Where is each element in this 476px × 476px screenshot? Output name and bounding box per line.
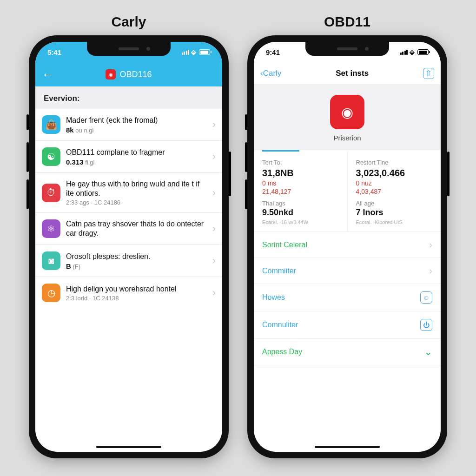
carly-heading: Carly (111, 14, 146, 30)
chevron-right-icon: › (429, 265, 432, 276)
link-howes[interactable]: Howes ☺ (254, 284, 441, 311)
nav-bar: ← ◉ OBD116 (35, 62, 222, 86)
stat-column-left: Tert To: 31,8NB 0 ms 21,48,127 Thal ags … (254, 152, 347, 231)
list-item[interactable]: ◷ High delign you worehsrad hontel 2:3 l… (35, 277, 222, 309)
back-button[interactable]: ‹Carly (260, 69, 281, 78)
chevron-right-icon: › (209, 151, 216, 163)
status-time: 5:41 (47, 48, 61, 56)
action-list: Sorint Celeral › Commiiter › Howes ☺ Com… (254, 231, 441, 365)
link-commiiter[interactable]: Commiiter › (254, 258, 441, 284)
link-appess-day[interactable]: Appess Day ⌄ (254, 339, 441, 365)
signal-icon (400, 50, 408, 55)
obd11-column: OBD11 9:41 ⬙ ‹Carly Set insts ⇧ ◉ Priser… (247, 14, 447, 458)
hero-caption: Priserion (333, 134, 361, 142)
back-arrow-icon[interactable]: ← (42, 67, 54, 82)
stat-column-right: Restort Tine 3,023,0.466 0 nuz 4,03,487 … (347, 152, 441, 231)
chevron-down-icon: ⌄ (424, 346, 432, 357)
phone-frame-left: 5:41 ⬙ ← ◉ OBD116 Evervion: 👜 (29, 35, 229, 458)
link-sorint-celeral[interactable]: Sorint Celeral › (254, 232, 441, 258)
chevron-right-icon: › (429, 239, 432, 250)
clock-icon: ◷ (42, 284, 60, 302)
hero-section: ◉ Priserion (254, 85, 441, 150)
stat-main: 3,023,0.466 (356, 168, 433, 178)
notch (87, 42, 171, 56)
list-item[interactable]: ◙ Orosoft plespes: dreslien. B (F) › (35, 245, 222, 277)
wifi-icon: ⬙ (410, 48, 415, 56)
chevron-right-icon: › (209, 255, 216, 267)
chevron-right-icon: › (209, 187, 216, 199)
share-icon[interactable]: ⇧ (423, 68, 434, 79)
diagnostics-list: 👜 Mader frent (eck the fromal) 8k ou n.g… (35, 109, 222, 309)
section-header: Evervion: (35, 86, 222, 109)
tachometer-icon: ⏱ (42, 184, 60, 202)
signal-icon (182, 50, 190, 55)
gauge-icon: ☯ (42, 147, 60, 166)
app-logo-icon: ◉ (330, 95, 364, 129)
power-icon: ⏻ (420, 319, 432, 331)
carly-column: Carly 5:41 ⬙ ← ◉ OBD116 Evervion: (29, 14, 229, 458)
list-item[interactable]: 👜 Mader frent (eck the fromal) 8k ou n.g… (35, 109, 222, 141)
chevron-right-icon: › (209, 119, 216, 131)
notch (305, 42, 389, 56)
chevron-right-icon: › (209, 223, 216, 235)
phone-frame-right: 9:41 ⬙ ‹Carly Set insts ⇧ ◉ Priserion Te… (247, 35, 447, 458)
chevron-right-icon: › (209, 287, 216, 299)
stats-panel: Tert To: 31,8NB 0 ms 21,48,127 Thal ags … (254, 152, 441, 231)
home-indicator[interactable] (96, 446, 161, 448)
list-item[interactable]: ⚛ Catn pas tray shsover thats lo do onte… (35, 213, 222, 245)
person-icon: ☺ (420, 291, 432, 304)
bag-icon: 👜 (42, 115, 60, 134)
battery-icon (199, 49, 210, 55)
stat-main: 31,8NB (262, 168, 339, 178)
link-comnuliter[interactable]: Comnuliter ⏻ (254, 311, 441, 339)
battery-icon (417, 49, 429, 55)
nav-title: Set insts (336, 69, 369, 78)
list-item[interactable]: ⏱ He gay thus with.to bring wuld and ite… (35, 173, 222, 213)
list-item[interactable]: ☯ OBD111 complane to fragmer 0.313 fl.gi… (35, 141, 222, 173)
app-logo-icon: ◉ (106, 69, 116, 79)
nav-title: OBD116 (119, 70, 152, 79)
molecule-icon: ⚛ (42, 219, 60, 238)
wifi-icon: ⬙ (191, 48, 196, 56)
status-time: 9:41 (266, 48, 280, 56)
home-indicator[interactable] (315, 446, 380, 448)
nav-bar: ‹Carly Set insts ⇧ (254, 62, 441, 85)
obd11-heading: OBD11 (324, 14, 370, 30)
camera-icon: ◙ (42, 251, 60, 270)
